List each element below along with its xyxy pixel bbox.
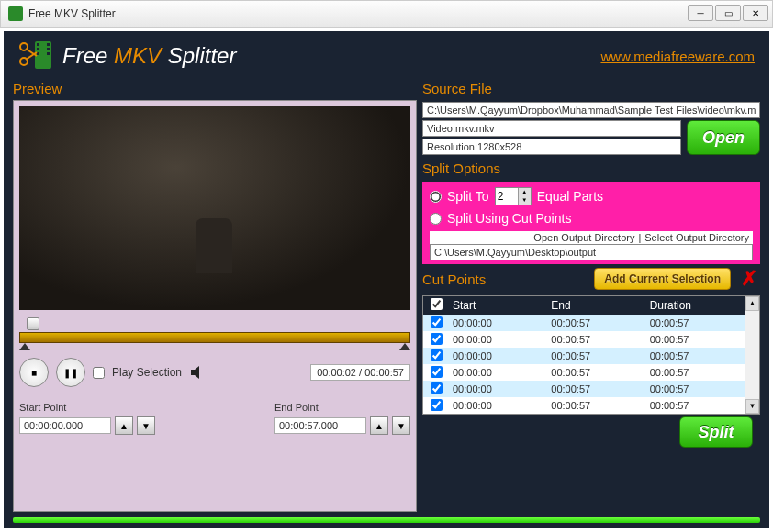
split-count-spinner[interactable]: 2 ▲▼ xyxy=(495,187,532,205)
cell-end: 00:00:57 xyxy=(547,317,645,328)
cell-end: 00:00:57 xyxy=(547,350,645,361)
minimize-button[interactable]: ─ xyxy=(688,5,713,21)
svg-rect-1 xyxy=(37,43,39,46)
volume-icon[interactable] xyxy=(189,363,207,382)
select-output-dir-link[interactable]: Select Output Directory xyxy=(644,232,749,243)
app-frame: Free MKV Splitter www.mediafreeware.com … xyxy=(4,31,769,528)
cell-start: 00:00:00 xyxy=(449,383,547,394)
spinner-up[interactable]: ▲ xyxy=(518,188,531,196)
cell-start: 00:00:00 xyxy=(449,400,547,411)
play-selection-checkbox[interactable] xyxy=(93,367,105,379)
open-button[interactable]: Open xyxy=(687,120,760,155)
row-checkbox[interactable] xyxy=(431,399,443,411)
end-point-down[interactable]: ▼ xyxy=(392,416,410,435)
selection-end-marker[interactable] xyxy=(399,343,410,350)
cell-duration: 00:00:57 xyxy=(646,383,745,394)
pause-button[interactable]: ❚❚ xyxy=(56,358,85,387)
add-selection-button[interactable]: Add Current Selection xyxy=(594,268,731,290)
start-point-label: Start Point xyxy=(19,402,155,413)
source-video-info xyxy=(422,120,681,137)
svg-rect-3 xyxy=(37,52,39,55)
table-row[interactable]: 00:00:0000:00:5700:00:57 xyxy=(423,397,745,414)
select-all-checkbox[interactable] xyxy=(431,298,443,310)
window-titlebar: Free MKV Splitter ─ ▭ ✕ xyxy=(0,0,773,28)
cell-duration: 00:00:57 xyxy=(646,317,745,328)
selection-track[interactable] xyxy=(19,332,410,343)
split-cutpoints-label: Split Using Cut Points xyxy=(447,211,571,226)
playhead-handle[interactable] xyxy=(27,317,39,330)
split-options-panel: Split To 2 ▲▼ Equal Parts Split Using Cu… xyxy=(422,182,760,264)
svg-rect-5 xyxy=(47,48,50,50)
col-end: End xyxy=(547,299,645,312)
split-to-label: Split To xyxy=(447,189,489,204)
row-checkbox[interactable] xyxy=(431,316,443,328)
svg-rect-4 xyxy=(47,43,50,46)
table-row[interactable]: 00:00:0000:00:5700:00:57 xyxy=(423,364,745,381)
table-row[interactable]: 00:00:0000:00:5700:00:57 xyxy=(423,381,745,397)
open-output-dir-link[interactable]: Open Output Directory xyxy=(533,232,634,243)
row-checkbox[interactable] xyxy=(431,382,443,394)
end-point-up[interactable]: ▲ xyxy=(370,416,388,435)
end-point-input[interactable] xyxy=(274,417,366,434)
scissors-film-icon xyxy=(18,39,55,72)
start-point-up[interactable]: ▲ xyxy=(115,416,133,435)
scroll-down[interactable]: ▼ xyxy=(745,399,759,414)
source-resolution-info xyxy=(422,139,681,155)
timeline[interactable] xyxy=(19,317,410,347)
start-point-input[interactable] xyxy=(19,417,111,434)
app-header: Free MKV Splitter www.mediafreeware.com xyxy=(6,33,767,79)
svg-rect-6 xyxy=(47,52,50,55)
close-button[interactable]: ✕ xyxy=(743,5,768,21)
svg-rect-2 xyxy=(37,48,39,50)
app-title-post: Splitter xyxy=(162,43,236,68)
app-title-mid: MKV xyxy=(114,43,162,68)
spinner-down[interactable]: ▼ xyxy=(518,196,531,205)
split-button[interactable]: Split xyxy=(679,416,753,448)
split-count-value: 2 xyxy=(498,190,504,203)
col-duration: Duration xyxy=(646,299,745,312)
cell-start: 00:00:00 xyxy=(449,367,547,378)
cell-start: 00:00:00 xyxy=(449,350,547,361)
col-start: Start xyxy=(449,299,547,312)
cell-end: 00:00:57 xyxy=(547,367,645,378)
table-row[interactable]: 00:00:0000:00:5700:00:57 xyxy=(423,331,745,348)
source-title: Source File xyxy=(422,81,760,96)
play-selection-label: Play Selection xyxy=(112,366,182,379)
split-to-radio[interactable] xyxy=(430,191,442,203)
status-bar xyxy=(13,517,760,523)
start-point-down[interactable]: ▼ xyxy=(137,416,155,435)
delete-cutpoint-button[interactable]: ✗ xyxy=(738,268,760,290)
cell-end: 00:00:57 xyxy=(547,334,645,345)
table-header: Start End Duration xyxy=(423,296,745,315)
table-scrollbar[interactable]: ▲ ▼ xyxy=(745,296,759,414)
cell-duration: 00:00:57 xyxy=(646,350,745,361)
svg-marker-11 xyxy=(191,366,199,379)
stop-button[interactable]: ■ xyxy=(19,358,49,387)
preview-panel: ■ ❚❚ Play Selection 00:00:02 / 00:00:57 … xyxy=(13,100,417,512)
table-row[interactable]: 00:00:0000:00:5700:00:57 xyxy=(423,348,745,364)
cell-duration: 00:00:57 xyxy=(646,400,745,411)
source-path-input[interactable] xyxy=(422,102,760,118)
cell-start: 00:00:00 xyxy=(449,334,547,345)
row-checkbox[interactable] xyxy=(431,366,443,378)
maximize-button[interactable]: ▭ xyxy=(715,5,741,21)
cell-end: 00:00:57 xyxy=(547,383,645,394)
scroll-up[interactable]: ▲ xyxy=(745,296,759,311)
table-row[interactable]: 00:00:0000:00:5700:00:57 xyxy=(423,315,745,331)
cut-points-table: Start End Duration 00:00:0000:00:5700:00… xyxy=(422,295,760,415)
output-path-input[interactable] xyxy=(430,244,753,260)
website-link[interactable]: www.mediafreeware.com xyxy=(600,49,755,64)
cell-duration: 00:00:57 xyxy=(646,367,745,378)
cell-end: 00:00:57 xyxy=(547,400,645,411)
split-cutpoints-radio[interactable] xyxy=(430,213,442,225)
row-checkbox[interactable] xyxy=(431,349,443,361)
split-options-title: Split Options xyxy=(422,161,760,176)
video-preview[interactable] xyxy=(19,106,410,310)
row-checkbox[interactable] xyxy=(431,333,443,345)
total-time: 00:00:57 xyxy=(364,367,404,378)
app-title: Free MKV Splitter xyxy=(62,43,236,69)
time-readout: 00:00:02 / 00:00:57 xyxy=(310,364,410,381)
app-title-pre: Free xyxy=(62,43,114,68)
cell-duration: 00:00:57 xyxy=(646,334,745,345)
selection-start-marker[interactable] xyxy=(19,343,30,350)
